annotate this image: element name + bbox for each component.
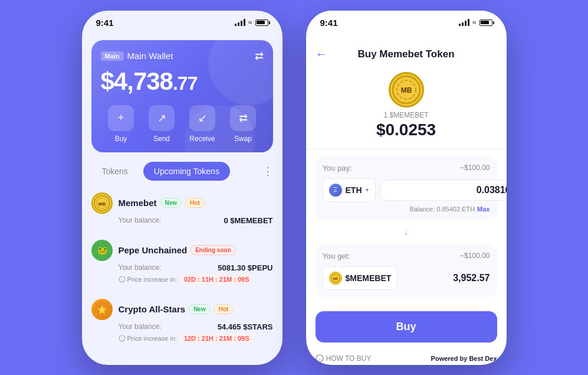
phone-wallet: 9:41 ≈ Main Main Wallet ⇄ $4,738.7 [82, 11, 282, 365]
memebet-avatar: MB [91, 193, 113, 214]
you-get-section: You get: ~$100.00 MB $MEMEBET 3,952.57 [316, 244, 497, 297]
max-link[interactable]: Max [477, 206, 490, 213]
pepe-timer: 02D : 11H : 21M : 09S [180, 275, 253, 284]
get-approx: ~$100.00 [460, 252, 490, 260]
svg-text:i: i [319, 357, 320, 361]
token-item-memebet[interactable]: MB Memebet New Hot Your balance: 0 $MEME… [91, 185, 273, 233]
pepe-avatar: 🐸 [91, 240, 113, 261]
svg-text:MB: MB [400, 86, 412, 94]
buy-label: Buy [115, 135, 127, 143]
badge-hot-stars: Hot [214, 304, 234, 314]
buy-content: ← Buy Memebet Token MB 1 $MEMEBET $0.025… [306, 11, 507, 365]
token-price: $0.0253 [376, 120, 436, 139]
tabs-row: Tokens Upcoming Tokens ⋮ [82, 152, 282, 185]
buy-action[interactable]: + Buy [108, 105, 134, 143]
svg-text:🐸: 🐸 [97, 246, 107, 256]
token-name-memebet: Memebet [119, 198, 157, 208]
token-display: MB 1 $MEMEBET $0.0253 [306, 67, 507, 149]
pepe-balance-label: Your balance: [119, 263, 162, 272]
how-to-buy-link[interactable]: i HOW TO BUY [316, 354, 372, 363]
badge-new-memebet: New [160, 198, 182, 208]
buy-icon: + [108, 105, 134, 131]
wifi-icon-2: ≈ [472, 18, 477, 27]
chevron-down-icon: ▾ [366, 187, 369, 193]
stars-balance-label: Your balance: [119, 322, 162, 331]
swap-action[interactable]: ⇄ Swap [230, 105, 256, 143]
stars-avatar: ⭐ [91, 299, 113, 320]
memebet-icon-sm: MB [329, 272, 342, 285]
svg-text:i: i [121, 337, 123, 341]
receive-label: Receive [189, 135, 215, 143]
balance-row: Balance: 0.85402 ETH Max [323, 206, 490, 213]
swap-label: Swap [234, 135, 252, 143]
powered-by: Powered by Best Dex [431, 355, 497, 362]
you-pay-section: You pay: ~$100.00 Ξ ETH ▾ Balance: 0.854… [316, 156, 497, 220]
token-list: MB Memebet New Hot Your balance: 0 $MEME… [82, 185, 282, 350]
token-item-pepe[interactable]: 🐸 Pepe Unchained Ending soon Your balanc… [91, 233, 273, 292]
battery-icon-2 [479, 19, 492, 26]
token-big-avatar: MB [389, 72, 424, 107]
wallet-header-card: Main Main Wallet ⇄ $4,738.77 + Buy ↗ Sen… [91, 40, 273, 152]
status-icons-2: ≈ [459, 18, 492, 27]
balance-text: Balance: 0.85402 ETH [409, 206, 475, 213]
wallet-name: Main Wallet [127, 51, 173, 61]
send-action[interactable]: ↗ Send [149, 105, 175, 143]
memebet-balance-label: Your balance: [119, 216, 162, 224]
stars-balance-value: 54.465 $STARS [218, 322, 273, 331]
action-buttons: + Buy ↗ Send ↙ Receive ⇄ Swap [101, 105, 264, 143]
how-to-buy-row: i HOW TO BUY Powered by Best Dex [306, 350, 507, 365]
eth-icon: Ξ [329, 184, 342, 197]
send-label: Send [153, 135, 170, 143]
tab-tokens[interactable]: Tokens [91, 162, 139, 181]
status-bar-2: 9:41 ≈ [306, 11, 507, 30]
wallet-badge: Main [101, 51, 124, 61]
memebet-balance-value: 0 $MEMEBET [224, 216, 272, 225]
pay-approx: ~$100.00 [460, 164, 490, 172]
badge-ending-pepe: Ending soon [190, 245, 236, 255]
status-icons-1: ≈ [235, 18, 268, 27]
pepe-balance-value: 5081.30 $PEPU [218, 263, 272, 272]
status-time-1: 9:41 [96, 18, 114, 28]
battery-icon [255, 19, 268, 26]
wallet-balance: $4,738.77 [101, 67, 264, 96]
pay-label: You pay: [323, 164, 352, 172]
status-time-2: 9:41 [320, 18, 338, 28]
swap-icon: ⇄ [230, 105, 256, 131]
wallet-switch-icon[interactable]: ⇄ [255, 50, 264, 63]
token-item-stars[interactable]: ⭐ Crypto All-Stars New Hot Your balance:… [91, 292, 273, 350]
memebet-currency-selector[interactable]: MB $MEMEBET [323, 266, 398, 290]
more-button[interactable]: ⋮ [262, 165, 273, 178]
badge-new-stars: New [189, 304, 211, 314]
send-icon: ↗ [149, 105, 175, 131]
badge-hot-memebet: Hot [185, 198, 205, 208]
stars-price-label: i Price increase in: [119, 335, 177, 342]
svg-text:⭐: ⭐ [97, 305, 107, 315]
get-label: You get: [323, 252, 350, 260]
buy-title: Buy Memebet Token [357, 48, 454, 60]
signal-icon-2 [459, 19, 469, 26]
receive-icon: ↙ [189, 105, 215, 131]
buy-header: ← Buy Memebet Token [306, 41, 507, 67]
signal-icon [235, 19, 245, 26]
memebet-currency-name: $MEMEBET [346, 273, 392, 283]
pepe-price-label: i Price increase in: [119, 276, 177, 283]
token-name-pepe: Pepe Unchained [119, 245, 188, 255]
status-bar-1: 9:41 ≈ [82, 11, 282, 30]
eth-currency-selector[interactable]: Ξ ETH ▾ [323, 178, 376, 202]
tab-upcoming[interactable]: Upcoming Tokens [143, 162, 230, 181]
arrow-down-divider: ↓ [306, 227, 507, 237]
svg-text:MB: MB [333, 277, 338, 281]
back-button[interactable]: ← [316, 47, 327, 61]
svg-text:MB: MB [98, 201, 106, 207]
eth-name: ETH [346, 185, 362, 195]
token-name-stars: Crypto All-Stars [119, 304, 186, 314]
stars-timer: 12D : 21H : 21M : 09S [180, 334, 253, 343]
token-unit-label: 1 $MEMEBET [383, 111, 428, 119]
phone-buy: 9:41 ≈ ← Buy Memebet Token [306, 11, 507, 365]
svg-text:i: i [121, 278, 123, 282]
eth-amount-input[interactable] [380, 180, 507, 201]
get-amount: 3,952.57 [402, 273, 490, 283]
receive-action[interactable]: ↙ Receive [189, 105, 215, 143]
wifi-icon: ≈ [248, 18, 252, 27]
buy-button[interactable]: Buy [316, 311, 497, 343]
